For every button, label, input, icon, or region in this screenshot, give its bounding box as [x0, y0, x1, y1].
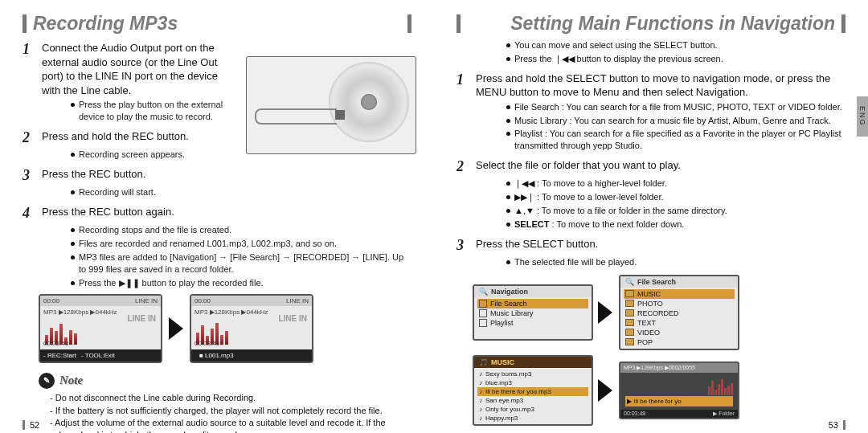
panel-navigation: 🔍Navigation File Search Music Library Pl… [473, 284, 593, 341]
step1-sub: Press the play button on the external de… [71, 99, 231, 123]
navigation-panels: 🔍Navigation File Search Music Library Pl… [473, 275, 845, 426]
step4-sub-4: Press the ▶❚❚ button to play the recorde… [71, 277, 411, 289]
panel-file-search: 🔍File Search MUSIC PHOTO RECORDED TEXT V… [619, 275, 739, 350]
step-1: 1Connect the Audio Output port on the ex… [23, 39, 231, 97]
note-list: - Do not disconnect the Line cable durin… [50, 392, 411, 433]
step2-sub: Recording screen appears. [71, 149, 411, 161]
r-step-1: 1Press and hold the SELECT button to mov… [457, 70, 845, 100]
r1-sub-1: File Search : You can search for a file … [506, 101, 845, 113]
intro-2: Press the ❘◀◀ button to display the prev… [506, 53, 845, 65]
page-title-left: Recording MP3s [23, 14, 411, 33]
language-tab: ENG [857, 96, 868, 137]
rec-screen-1: 00:00LINE IN MP3 ▶128Kbps ▶044kHz LINE I… [39, 294, 162, 363]
r2-sub-3: ▲,▼ : To move to a file or folder in the… [506, 205, 845, 217]
intro-1: You can move and select using the SELECT… [506, 39, 845, 51]
r-step-3: 3Press the SELECT button. [457, 235, 845, 255]
r2-sub-4: SELECT : To move to the next folder down… [506, 219, 845, 231]
r-step-2: 2Select the file or folder that you want… [457, 157, 845, 176]
arrow-icon [598, 379, 612, 402]
note-icon: ✎ [39, 373, 55, 389]
page-number-left: 52 [23, 420, 39, 430]
left-page: Recording MP3s 1Connect the Audio Output… [0, 0, 434, 433]
note-header: ✎ Note [39, 373, 411, 389]
r1-sub-3: Playlist : You can search for a file spe… [506, 128, 845, 152]
page-number-right: 53 [829, 420, 845, 430]
r2-sub-2: ▶▶❘ : To move to a lower-level folder. [506, 191, 845, 203]
r3-sub: The selected file will be played. [506, 256, 845, 268]
step-3: 3Press the REC button. [23, 165, 411, 185]
step3-sub: Recording will start. [71, 186, 411, 198]
arrow-icon [598, 301, 612, 324]
rec-screen-2: 00:00LINE IN MP3 ▶128Kbps ▶044kHz LINE I… [190, 294, 313, 363]
r1-sub-2: Music Library : You can search for a mus… [506, 115, 845, 127]
device-illustration [246, 56, 416, 154]
page-title-right: Setting Main Functions in Navigation [457, 14, 845, 33]
arrow-icon [169, 317, 183, 340]
manual-spread: Recording MP3s 1Connect the Audio Output… [0, 0, 868, 433]
step-4: 4Press the REC button again. [23, 203, 411, 223]
panel-player: MP3 ▶128Kbps ▶0002/0055 ▶ Ill be there f… [619, 362, 739, 419]
step4-sub-1: Recording stops and the file is created. [71, 224, 411, 236]
step4-sub-2: Files are recorded and renamed L001.mp3,… [71, 238, 411, 250]
step4-sub-3: MP3 files are added to [Navigation] → [F… [71, 251, 411, 276]
right-page: Setting Main Functions in Navigation ENG… [434, 0, 868, 433]
panel-music: 🎵MUSIC ♪Sexy boms.mp3 ♪blue.mp3 ♪Ill be … [473, 355, 593, 426]
recording-screens: 00:00LINE IN MP3 ▶128Kbps ▶044kHz LINE I… [39, 294, 411, 363]
r2-sub-1: ❘◀◀ : To move to a higher-level folder. [506, 178, 845, 190]
